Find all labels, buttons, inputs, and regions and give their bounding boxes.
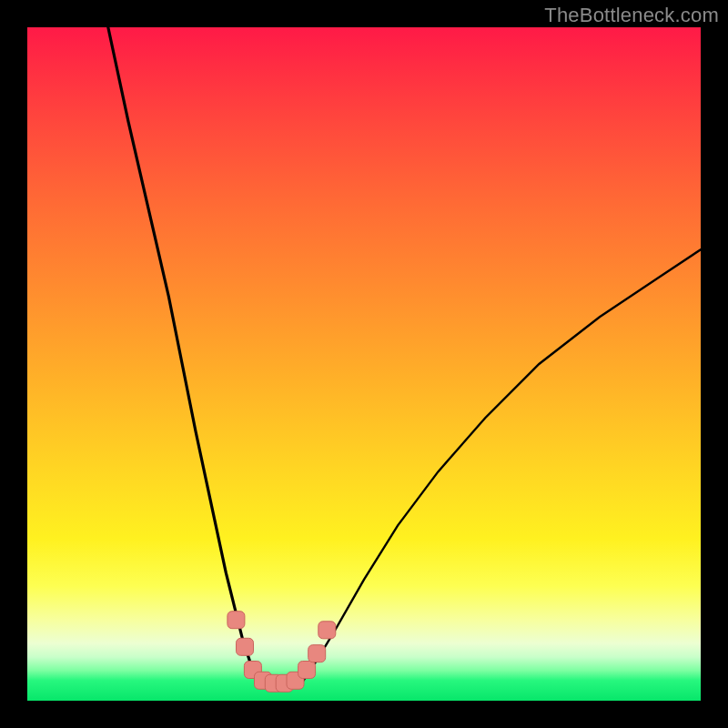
plot-area (27, 27, 701, 701)
curve-layer (27, 27, 701, 701)
bottleneck-marker (228, 612, 245, 629)
bottleneck-marker (308, 645, 326, 662)
bottleneck-marker (237, 638, 254, 655)
bottleneck-marker (298, 662, 316, 679)
curve-left-branch (108, 27, 263, 681)
curve-right-branch (303, 249, 701, 681)
outer-frame: TheBottleneck.com (0, 0, 728, 728)
bottleneck-marker (318, 622, 336, 639)
watermark-text: TheBottleneck.com (544, 4, 719, 27)
